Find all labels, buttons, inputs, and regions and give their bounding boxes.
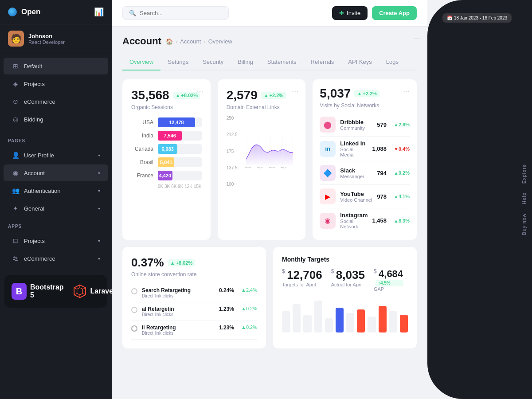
more-options-icon[interactable]: ··· [197,86,203,96]
invite-button[interactable]: ✚ Invite [332,6,368,20]
tab-statements[interactable]: Statements [260,54,304,70]
create-app-button[interactable]: Create App [372,6,417,20]
chevron-down-icon: ▾ [98,171,100,176]
social-info: Linked In Social Media [340,140,368,157]
stat-value: 2,579 ▲ +2.2% [227,88,297,102]
sidebar-item-ecommerce-app[interactable]: 🛍 eCommerce ▾ [4,250,108,267]
tab-billing[interactable]: Billing [231,54,260,70]
sidebar-item-label: General [24,205,44,212]
tab-logs[interactable]: Logs [379,54,406,70]
more-options-icon[interactable]: ··· [403,86,410,96]
retarget-info: Search Retargeting Direct link clicks [142,287,215,298]
conversion-card: ··· 0.37% ▲ +8.02% Online store converti… [122,247,266,348]
monthly-bars [282,297,408,332]
default-icon: ⊞ [12,62,20,70]
tabs: Overview Settings Security Billing State… [122,54,417,70]
breadcrumb-account[interactable]: Account [180,38,201,45]
svg-text:May 18: May 18 [269,166,275,168]
chevron-down-icon: ▾ [98,256,100,261]
monthly-values: $ 12,706 Targets for April $ 8,035 Actua… [282,268,408,292]
target-value: $ 12,706 Targets for April [282,268,322,292]
main-wrapper: 🔍 ✚ Invite Create App Account 🏠 › [112,0,532,399]
gap-value: $ 4,684 ↑4.5% GAP [374,268,403,292]
search-icon: 🔍 [129,10,136,16]
sidebar-item-user-profile[interactable]: 👤 User Profile ▾ [4,147,108,164]
social-visits-badge: ▲ +2.2% [354,90,379,97]
sidebar-item-account[interactable]: ◉ Account ▾ [4,164,108,181]
bar-axis: 0K3K6K9K12K15K [131,184,202,189]
more-options-icon[interactable]: ··· [414,34,420,43]
sidebar: Open 📊 🧑 Johnson React Developer ⊞ Defau… [0,0,112,399]
sidebar-item-label: Projects [24,238,45,244]
user-profile-icon: 👤 [12,151,20,159]
tab-api-keys[interactable]: API Keys [341,54,379,70]
promo-banner: B Bootstrap 5 Laravel [4,275,107,308]
sidebar-item-projects-app[interactable]: ⊟ Projects ▾ [4,232,108,249]
explore-label[interactable]: Explore [521,164,527,184]
date-badge[interactable]: 📅 18 Jan 2023 - 16 Feb 2023 [442,13,512,23]
more-options-icon[interactable]: ··· [292,86,298,96]
retarget-circle [131,288,137,294]
bar-row: USA 12,478 [131,117,202,127]
user-role: React Developer [28,39,65,45]
bidding-icon: ◎ [12,115,20,123]
app-name: Open [21,8,40,16]
bottom-row: ··· 0.37% ▲ +8.02% Online store converti… [122,247,417,348]
sidebar-item-ecommerce[interactable]: ⊙ eCommerce [4,93,108,110]
social-info: Instagram Social Network [340,212,368,229]
retarget-info: il Retargeting Direct link clicks [142,325,215,336]
sidebar-item-general[interactable]: ✦ General ▾ [4,200,108,217]
svg-text:May 04: May 04 [245,166,251,168]
date-range: 18 Jan 2023 - 16 Feb 2023 [454,16,507,20]
sidebar-item-projects[interactable]: ◈ Projects [4,75,108,92]
bootstrap-icon: B [12,283,27,300]
search-input[interactable] [140,10,219,16]
sidebar-item-label: eCommerce [24,255,55,262]
sidebar-item-default[interactable]: ⊞ Default [4,58,108,74]
arrow-up-icon: ▲ [357,91,362,96]
conversion-badge: ▲ +8.02% [168,259,196,266]
social-row-dribbble: ⬤ Dribbble Community 579 ▲2.6% [320,113,410,137]
chevron-down-icon: ▾ [98,188,100,193]
retarget-circle [131,325,137,332]
tab-settings[interactable]: Settings [160,54,196,70]
calendar-icon: 📅 [447,16,452,20]
conversion-value: 0.37% ▲ +8.02% [131,256,257,270]
projects-icon: ◈ [12,80,20,88]
chevron-down-icon: ▾ [98,206,100,211]
sidebar-item-authentication[interactable]: 👥 Authentication ▾ [4,182,108,199]
social-info: Slack Messanger [340,167,372,179]
social-visits-value: 5,037 [320,86,351,101]
auth-icon: 👥 [12,187,20,195]
apps-section-label: APPS [0,218,112,231]
chevron-down-icon: ▾ [98,153,100,158]
help-label[interactable]: Help [521,192,527,204]
sidebar-item-bidding[interactable]: ◎ Bidding [4,111,108,128]
laravel-label: Laravel [90,287,112,295]
tab-referrals[interactable]: Referrals [304,54,341,70]
organic-sessions-card: ··· 35,568 ▲ +8.02% Organic Sessions USA [122,79,211,240]
bootstrap-label: Bootstrap 5 [30,283,66,299]
retarget-row: al Retargetin Direct link clicks 1.23% ▲… [131,302,257,321]
dark-right-panel: 📅 18 Jan 2023 - 16 Feb 2023 [427,0,516,399]
user-card: 🧑 Johnson React Developer [0,24,112,53]
avatar: 🧑 [8,31,24,47]
tab-overview[interactable]: Overview [122,54,160,70]
logo-dot [8,8,17,16]
arrow-up-icon: ▲ [264,93,269,98]
bar-chart: USA 12,478 India 7,546 Canad [131,117,202,189]
tab-security[interactable]: Security [196,54,231,70]
svg-line-7 [74,288,77,289]
sidebar-item-label: Account [24,170,45,176]
home-icon: 🏠 [166,38,173,45]
sidebar-item-label: Default [24,63,42,70]
search-bar[interactable]: 🔍 [122,6,229,20]
general-icon: ✦ [12,204,20,212]
buynow-label[interactable]: Buy now [521,213,527,235]
actual-value: $ 8,035 Actual for April [331,268,365,292]
ecommerce-icon: ⊙ [12,98,20,106]
sidebar-item-label: User Profile [24,152,54,159]
bar-row: India 7,546 [131,131,202,141]
domain-links-value: 2,579 [227,88,258,102]
svg-line-3 [82,288,85,289]
